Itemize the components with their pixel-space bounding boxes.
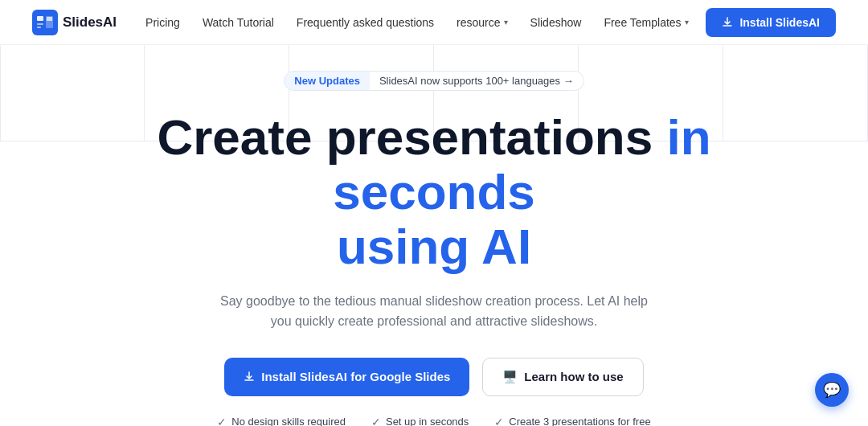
feature-label-3: Create 3 presentations for free [509,416,650,426]
logo[interactable]: SlidesAI [32,10,117,35]
svg-rect-1 [37,16,43,21]
nav-slideshow[interactable]: Slideshow [530,16,582,29]
feature-label-1: No design skills required [231,416,346,426]
svg-rect-5 [47,17,52,21]
navbar: SlidesAI Pricing Watch Tutorial Frequent… [0,0,868,45]
hero-title: Create presentations in seconds using AI [113,110,755,275]
feature-item-2: ✓ Set up in seconds [371,416,469,426]
learn-how-button[interactable]: 🖥️ Learn how to use [482,358,643,396]
update-badge[interactable]: New Updates SlidesAI now supports 100+ l… [284,71,583,91]
svg-rect-0 [32,10,58,35]
feature-item-1: ✓ No design skills required [217,416,346,426]
nav-free-templates[interactable]: Free Templates ▾ [604,16,688,29]
feature-label-2: Set up in seconds [386,416,469,426]
nav-pricing[interactable]: Pricing [145,16,180,29]
check-icon-2: ✓ [371,416,381,426]
svg-rect-2 [37,23,43,25]
chevron-down-icon-2: ▾ [685,18,689,27]
logo-text: SlidesAI [63,14,117,31]
nav-faq[interactable]: Frequently asked questions [297,16,434,29]
features-row: ✓ No design skills required ✓ Set up in … [217,416,650,426]
feature-item-3: ✓ Create 3 presentations for free [494,416,650,426]
download-icon [722,17,733,28]
cta-buttons: Install SlidesAI for Google Slides 🖥️ Le… [224,358,643,396]
badge-message: SlidesAI now supports 100+ languages → [370,72,583,90]
chevron-down-icon: ▾ [504,18,508,27]
install-google-slides-button[interactable]: Install SlidesAI for Google Slides [224,358,469,396]
check-icon-3: ✓ [494,416,504,426]
nav-resource[interactable]: resource ▾ [457,16,507,29]
main-content: New Updates SlidesAI now supports 100+ l… [0,45,868,426]
play-icon: 🖥️ [502,370,518,384]
check-icon-1: ✓ [217,416,227,426]
badge-new-label: New Updates [285,72,370,90]
hero-subtitle: Say goodbye to the tedious manual slides… [209,291,659,332]
nav-watch-tutorial[interactable]: Watch Tutorial [203,16,274,29]
download-icon-btn [244,371,255,383]
nav-links: Pricing Watch Tutorial Frequently asked … [145,16,706,29]
svg-rect-3 [37,27,41,28]
nav-install-button[interactable]: Install SlidesAI [706,8,836,37]
